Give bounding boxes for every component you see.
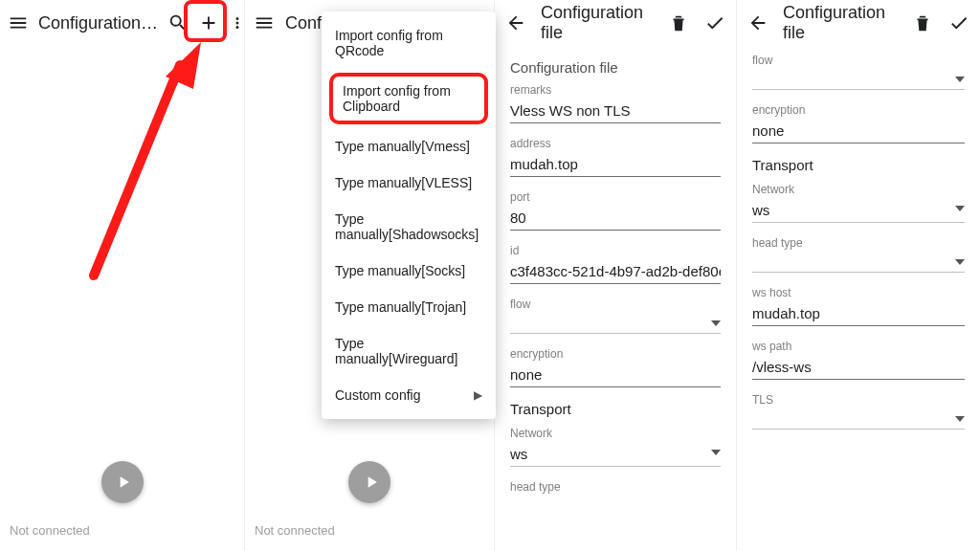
field-flow: flow <box>510 298 721 334</box>
save-check-icon[interactable] <box>703 11 726 34</box>
app-title: Confi <box>285 13 325 33</box>
input-id[interactable]: c3f483cc-521d-4b97-ad2b-def80e1d758 <box>510 261 721 284</box>
status-text: Not connected <box>10 523 90 538</box>
select-tls[interactable] <box>752 410 965 430</box>
chevron-down-icon <box>955 77 965 82</box>
label-id: id <box>510 244 721 257</box>
screen-config-edit-top: Configuration file Configuration file re… <box>495 0 737 551</box>
save-check-icon[interactable] <box>947 11 970 34</box>
add-icon[interactable] <box>198 11 219 34</box>
annotation-arrow <box>75 36 218 285</box>
back-icon[interactable] <box>746 11 769 34</box>
menu-type-wireguard[interactable]: Type manually[Wireguard] <box>322 325 496 377</box>
label-wspath: ws path <box>752 340 965 353</box>
field-address: address mudah.top <box>510 137 721 177</box>
delete-icon[interactable] <box>911 11 934 34</box>
select-network[interactable]: ws <box>752 200 965 223</box>
input-remarks[interactable]: Vless WS non TLS <box>510 100 721 123</box>
section-transport: Transport <box>752 157 965 173</box>
chevron-down-icon <box>711 450 721 455</box>
select-network[interactable]: ws <box>510 444 721 467</box>
select-flow[interactable] <box>752 71 965 90</box>
field-remarks: remarks Vless WS non TLS <box>510 83 721 123</box>
chevron-down-icon <box>955 206 965 211</box>
field-wshost: ws host mudah.top <box>752 286 965 326</box>
chevron-right-icon: ▶ <box>474 388 482 402</box>
hamburger-icon[interactable] <box>253 11 276 34</box>
input-encryption[interactable]: none <box>510 364 721 387</box>
screen-main: Configuration… Not connected <box>0 0 245 551</box>
chevron-down-icon <box>955 416 965 422</box>
back-icon[interactable] <box>504 11 527 34</box>
menu-import-qrcode[interactable]: Import config from QRcode <box>322 17 496 69</box>
menu-type-socks[interactable]: Type manually[Socks] <box>322 253 496 289</box>
add-menu-dropdown: Import config from QRcode Import config … <box>322 11 496 419</box>
select-headtype[interactable] <box>752 253 965 273</box>
label-remarks: remarks <box>510 83 721 97</box>
label-headtype: head type <box>752 236 965 250</box>
input-wspath[interactable]: /vless-ws <box>752 357 965 380</box>
label-encryption: encryption <box>510 347 721 361</box>
input-port[interactable]: 80 <box>510 208 721 231</box>
delete-icon[interactable] <box>667 11 690 34</box>
label-encryption: encryption <box>752 103 965 117</box>
topbar: Configuration file <box>495 0 736 46</box>
input-encryption[interactable]: none <box>752 121 965 143</box>
field-headtype: head type <box>752 236 965 273</box>
label-address: address <box>510 137 721 150</box>
status-text: Not connected <box>255 523 335 538</box>
chevron-down-icon <box>955 259 965 265</box>
menu-custom-config-label: Custom config <box>335 387 420 403</box>
input-address[interactable]: mudah.top <box>510 154 721 177</box>
label-port: port <box>510 190 721 204</box>
field-port: port 80 <box>510 190 721 231</box>
screen-config-edit-bottom: Configuration file flow encryption none … <box>737 0 980 551</box>
topbar: Configuration… <box>0 0 244 46</box>
fab-start-button[interactable] <box>101 461 144 503</box>
field-flow: flow <box>752 54 965 90</box>
select-flow[interactable] <box>510 315 721 334</box>
menu-custom-config[interactable]: Custom config ▶ <box>322 377 496 413</box>
input-wshost[interactable]: mudah.top <box>752 303 965 326</box>
menu-import-clipboard[interactable]: Import config from Clipboard <box>329 73 488 124</box>
field-encryption: encryption none <box>752 103 965 143</box>
app-title: Configuration… <box>38 13 158 33</box>
menu-type-vmess[interactable]: Type manually[Vmess] <box>322 128 496 165</box>
menu-type-trojan[interactable]: Type manually[Trojan] <box>322 289 496 325</box>
label-network: Network <box>752 183 965 196</box>
label-headtype: head type <box>510 480 721 494</box>
label-wshost: ws host <box>752 286 965 299</box>
screen-main-menu-open: Confi Import config from QRcode Import c… <box>245 0 495 551</box>
fab-start-button[interactable] <box>348 461 390 503</box>
chevron-down-icon <box>711 320 721 326</box>
label-network: Network <box>510 427 721 440</box>
field-tls: TLS <box>752 393 965 430</box>
menu-type-vless[interactable]: Type manually[VLESS] <box>322 165 496 201</box>
section-transport: Transport <box>510 401 721 417</box>
field-wspath: ws path /vless-ws <box>752 340 965 380</box>
page-title: Configuration file <box>541 3 654 43</box>
field-network: Network ws <box>752 183 965 223</box>
field-encryption: encryption none <box>510 347 721 387</box>
menu-type-shadowsocks[interactable]: Type manually[Shadowsocks] <box>322 201 496 253</box>
hamburger-icon[interactable] <box>8 11 29 34</box>
label-tls: TLS <box>752 393 965 407</box>
topbar: Configuration file <box>737 0 980 46</box>
field-headtype: head type <box>510 480 721 494</box>
search-icon[interactable] <box>167 11 189 34</box>
label-flow: flow <box>752 54 965 67</box>
page-title: Configuration file <box>783 3 898 43</box>
svg-line-0 <box>94 65 180 276</box>
section-heading: Configuration file <box>510 59 721 76</box>
svg-marker-1 <box>166 42 201 89</box>
overflow-icon[interactable] <box>229 11 246 34</box>
field-network: Network ws <box>510 427 721 467</box>
field-id: id c3f483cc-521d-4b97-ad2b-def80e1d758 <box>510 244 721 284</box>
label-flow: flow <box>510 298 721 311</box>
